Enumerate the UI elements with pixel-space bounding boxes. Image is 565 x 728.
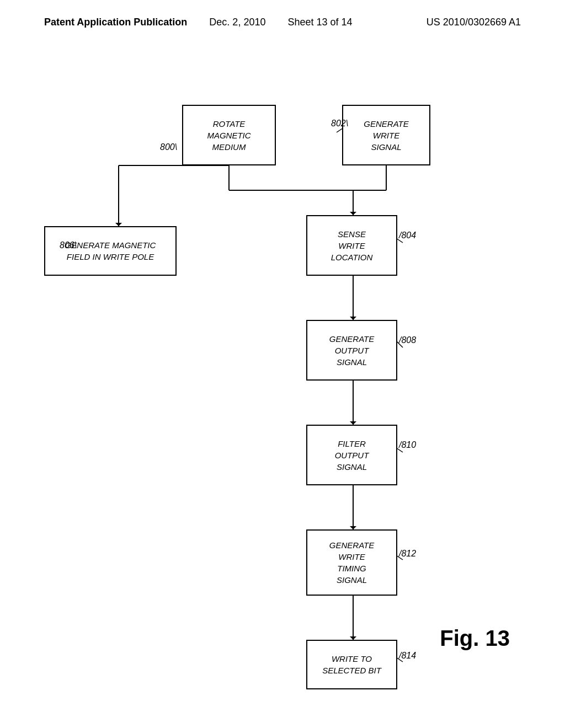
box-810-label: FILTEROUTPUTSIGNAL [335,438,369,473]
fig-label: Fig. 13 [440,626,510,651]
box-802-label: GENERATEWRITESIGNAL [364,118,408,153]
box-sense-write-location: SENSEWRITELOCATION [306,215,397,276]
ref-806: 806\ [60,240,77,250]
box-generate-output-signal: GENERATEOUTPUTSIGNAL [306,320,397,381]
box-rotate-magnetic-medium: ROTATEMAGNETICMEDIUM [182,105,276,165]
box-generate-write-signal: GENERATEWRITESIGNAL [342,105,430,165]
ref-810: /810 [399,440,416,450]
ref-812: /812 [399,549,416,559]
box-812-label: GENERATEWRITETIMINGSIGNAL [329,539,374,586]
box-filter-output-signal: FILTEROUTPUTSIGNAL [306,425,397,485]
ref-808: /808 [399,335,416,345]
ref-804: /804 [399,231,416,240]
ref-814: /814 [399,651,416,661]
diagram-svg [0,77,565,684]
header-patent: US 2010/0302669 A1 [427,17,521,28]
box-814-label: WRITE TOSELECTED BIT [322,653,381,676]
page-header: Patent Application Publication Dec. 2, 2… [0,0,565,28]
box-808-label: GENERATEOUTPUTSIGNAL [329,333,374,368]
box-806-label: GENERATE MAGNETICFIELD IN WRITE POLE [65,239,156,263]
box-804-label: SENSEWRITELOCATION [331,228,373,263]
header-date: Dec. 2, 2010 [209,17,265,28]
diagram-area: ROTATEMAGNETICMEDIUM 800\ GENERATEWRITES… [0,77,565,684]
box-generate-write-timing-signal: GENERATEWRITETIMINGSIGNAL [306,529,397,596]
box-generate-magnetic-field: GENERATE MAGNETICFIELD IN WRITE POLE [44,226,177,276]
box-write-to-selected-bit: WRITE TOSELECTED BIT [306,640,397,689]
header-sheet: Sheet 13 of 14 [287,17,352,28]
header-title: Patent Application Publication [44,17,187,28]
box-800-label: ROTATEMAGNETICMEDIUM [207,118,250,153]
ref-800: 800\ [160,142,177,152]
ref-802: 802\ [331,119,348,129]
